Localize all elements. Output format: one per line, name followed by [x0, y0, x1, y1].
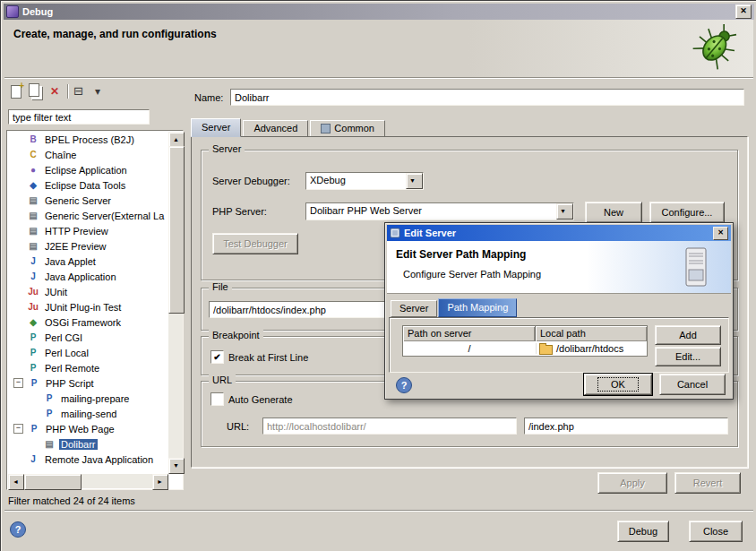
tree-item-perl-cgi[interactable]: PPerl CGI	[8, 330, 168, 345]
tree-item-remote-java-application[interactable]: JRemote Java Application	[8, 452, 168, 467]
scroll-left-icon[interactable]	[8, 474, 24, 490]
chevron-down-icon[interactable]	[556, 203, 573, 220]
toolbar-separator	[67, 84, 68, 99]
http-preview-icon: ▤	[27, 226, 39, 236]
path-on-server-header[interactable]: Path on server	[403, 326, 536, 341]
tree-item-php-web-page[interactable]: −PPHP Web Page	[8, 421, 168, 436]
breakpoint-group-title: Breakpoint	[209, 330, 263, 341]
test-debugger-button[interactable]: Test Debugger	[212, 233, 298, 254]
folder-icon	[539, 345, 553, 355]
tree-item-eclipse-application[interactable]: ●Eclipse Application	[8, 162, 168, 177]
header-title: Create, manage, and run configurations	[13, 28, 217, 40]
vertical-scroll-thumb[interactable]	[168, 146, 185, 314]
php-server-select[interactable]: Dolibarr PHP Web Server	[305, 202, 574, 220]
revert-button[interactable]: Revert	[674, 472, 741, 494]
common-tab-icon	[321, 124, 331, 133]
app-icon	[6, 5, 19, 18]
collapse-all-icon[interactable]	[72, 83, 88, 99]
php-script-icon: P	[28, 378, 40, 388]
tree-item-j2ee-preview[interactable]: ▤J2EE Preview	[8, 238, 168, 254]
edit-mapping-button[interactable]: Edit...	[655, 347, 721, 366]
window-titlebar[interactable]: Debug ✕	[4, 4, 754, 20]
filter-menu-dropdown-icon[interactable]	[91, 83, 107, 99]
new-server-button[interactable]: New	[585, 202, 642, 223]
dialog-header: Create, manage, and run configurations	[4, 20, 753, 78]
tree-horizontal-scrollbar[interactable]	[8, 474, 168, 488]
local-path-header[interactable]: Local path	[536, 326, 647, 341]
new-configuration-icon[interactable]	[8, 83, 24, 99]
server-debugger-select[interactable]: XDebug	[305, 172, 424, 190]
apply-button[interactable]: Apply	[597, 472, 667, 494]
name-input[interactable]	[230, 89, 744, 106]
url-path-input[interactable]	[524, 418, 728, 435]
php-server-label: PHP Server:	[212, 206, 267, 217]
tree-item-junit-plugin-test[interactable]: JuJUnit Plug-in Test	[8, 299, 168, 314]
scroll-down-icon[interactable]	[168, 458, 185, 474]
url-base-input[interactable]	[262, 418, 517, 435]
delete-configuration-icon[interactable]	[47, 83, 64, 99]
chevron-down-icon[interactable]	[406, 173, 423, 189]
dialog-close-icon[interactable]: ✕	[713, 227, 728, 240]
tab-advanced[interactable]: Advanced	[243, 120, 308, 137]
dialog-tab-path-mapping[interactable]: Path Mapping	[438, 298, 517, 317]
duplicate-configuration-icon[interactable]	[28, 83, 44, 99]
path-mapping-table[interactable]: Path on server Local path / /dolibarr/ht…	[402, 325, 648, 357]
filter-status: Filter matched 24 of 24 items	[8, 495, 135, 506]
tree-item-generic-server-external[interactable]: ▤Generic Server(External La	[8, 208, 168, 223]
tree-item-java-application[interactable]: JJava Application	[8, 269, 168, 284]
tree-item-http-preview[interactable]: ▤HTTP Preview	[8, 223, 168, 238]
auto-generate-checkbox[interactable]	[210, 392, 224, 406]
dialog-tab-server[interactable]: Server	[391, 300, 437, 317]
edit-server-titlebar[interactable]: Edit Server ✕	[387, 225, 731, 241]
tab-server[interactable]: Server	[191, 118, 241, 137]
window-close-icon[interactable]: ✕	[735, 4, 752, 19]
table-header-row: Path on server Local path	[403, 326, 647, 341]
tree-item-chaine[interactable]: CChaîne	[8, 147, 168, 162]
table-row[interactable]: / /dolibarr/htdocs	[403, 341, 647, 356]
close-button[interactable]: Close	[689, 521, 743, 542]
server-tower-icon	[683, 246, 709, 289]
break-first-line-label: Break at First Line	[228, 352, 308, 363]
tree-item-mailing-prepare[interactable]: Pmailing-prepare	[8, 391, 168, 406]
tree-item-bpel[interactable]: BBPEL Process (B2J)	[8, 132, 168, 147]
url-group-title: URL	[209, 375, 236, 386]
tree-item-junit[interactable]: JuJUnit	[8, 284, 168, 299]
help-icon[interactable]: ?	[10, 521, 26, 538]
tree-item-php-script[interactable]: −PPHP Script	[8, 375, 168, 391]
check-icon: ✔	[213, 352, 220, 362]
collapse-expander-icon[interactable]: −	[13, 378, 23, 388]
tree-item-perl-local[interactable]: PPerl Local	[8, 345, 168, 360]
tree-vertical-scrollbar[interactable]	[168, 132, 183, 474]
tab-common[interactable]: Common	[310, 120, 385, 137]
perl-cgi-icon: P	[27, 332, 39, 342]
tree-item-generic-server[interactable]: ▤Generic Server	[8, 193, 168, 208]
php-web-page-icon: P	[28, 424, 40, 434]
add-mapping-button[interactable]: Add	[655, 325, 721, 345]
eclipse-data-tools-icon: ◆	[27, 180, 39, 190]
edit-server-title: Edit Server	[404, 228, 456, 238]
collapse-expander-icon[interactable]: −	[13, 424, 23, 434]
tree-item-osgi-framework[interactable]: ◆OSGi Framework	[8, 314, 168, 330]
horizontal-scroll-thumb[interactable]	[24, 474, 82, 490]
tree-item-eclipse-data-tools[interactable]: ◆Eclipse Data Tools	[8, 177, 168, 193]
tree-item-java-applet[interactable]: JJava Applet	[8, 254, 168, 269]
ok-button[interactable]: OK	[584, 374, 652, 395]
tree-item-mailing-send[interactable]: Pmailing-send	[8, 406, 168, 421]
server-group-title: Server	[209, 143, 245, 155]
server-debugger-label: Server Debugger:	[212, 176, 290, 186]
tree-item-dolibarr[interactable]: ▤Dolibarr	[8, 436, 168, 452]
name-label: Name:	[194, 92, 223, 103]
debug-button[interactable]: Debug	[617, 521, 669, 542]
scroll-right-icon[interactable]	[152, 474, 168, 490]
remote-java-icon: J	[27, 454, 39, 464]
cancel-button[interactable]: Cancel	[659, 374, 726, 395]
j2ee-preview-icon: ▤	[27, 241, 39, 251]
dialog-banner: Edit Server Path Mapping Configure Serve…	[387, 241, 731, 294]
tree-item-perl-remote[interactable]: PPerl Remote	[8, 360, 168, 375]
filter-input[interactable]	[8, 109, 150, 125]
generic-server-icon: ▤	[27, 195, 39, 205]
configure-server-button[interactable]: Configure...	[649, 202, 725, 223]
dialog-heading: Edit Server Path Mapping	[396, 248, 526, 261]
break-first-line-checkbox[interactable]: ✔	[210, 350, 224, 364]
dialog-help-icon[interactable]: ?	[396, 377, 412, 393]
